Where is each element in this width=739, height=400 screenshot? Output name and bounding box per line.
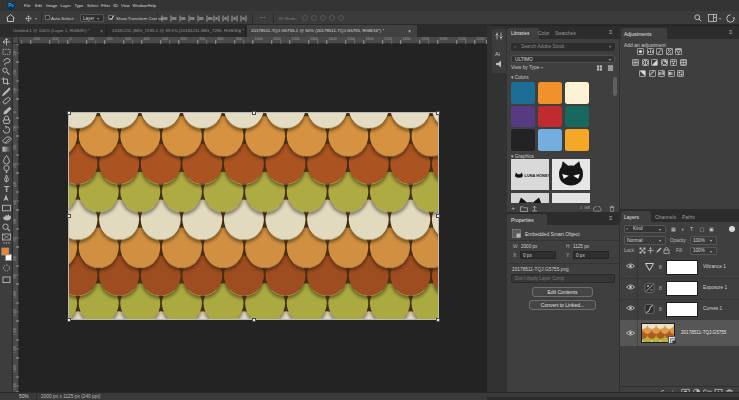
svg-text:LUNA HONEY: LUNA HONEY [525,173,550,178]
svg-text:T: T [4,184,10,194]
